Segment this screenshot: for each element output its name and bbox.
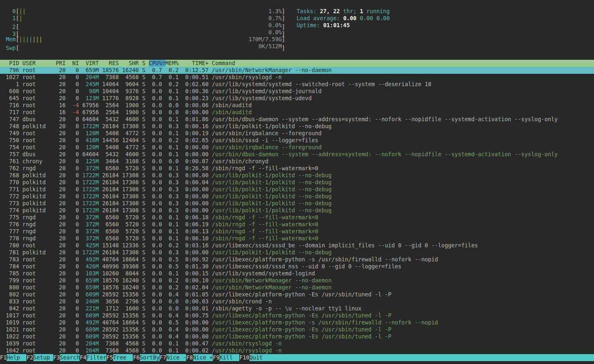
process-row-781[interactable]: 781polkitd 20 01722M2618417308S 0.0 0.3 …	[0, 249, 594, 256]
process-row-750[interactable]: 750root 20 0 416M1445612404S 0.0 0.2 0:0…	[0, 137, 594, 144]
cell-pid: 749	[2, 130, 19, 137]
column-header-s[interactable]: S	[142, 60, 145, 67]
column-header-user[interactable]: USER	[22, 60, 52, 67]
process-command: /usr/lib/polkit-1/polkitd --no-debug	[212, 186, 594, 193]
cell-cpu: 0.0	[149, 347, 162, 354]
process-row-776[interactable]: 776rngd 20 0 372M 6560 5720S 0.0 0.1 0:0…	[0, 221, 594, 228]
fkey-f1-help[interactable]: F1Help	[0, 354, 26, 361]
process-command: /usr/libexec/sssd/sssd_be --domain impli…	[212, 242, 594, 249]
cell-mem: 0.2	[165, 284, 179, 291]
process-row-1021[interactable]: 1021root 20 0 609M2859215356S 0.0 0.4 0:…	[0, 326, 594, 333]
process-row-773[interactable]: 773polkitd 20 01722M2618417308S 0.0 0.3 …	[0, 200, 594, 207]
meter-close-bracket: ]	[282, 36, 285, 42]
fkey-number: F8	[186, 354, 193, 361]
process-row-784[interactable]: 784root 20 0 426M4099639308S 0.0 0.5 0:0…	[0, 263, 594, 270]
process-row-777[interactable]: 777rngd 20 0 372M 6560 5720S 0.0 0.1 0:0…	[0, 228, 594, 235]
column-header-pid[interactable]: PID	[2, 60, 19, 67]
cell-mem: 0.1	[165, 88, 179, 95]
cell-s: S	[142, 172, 145, 179]
fkey-label: Quit	[250, 354, 594, 361]
process-row-749[interactable]: 749root 20 0 120M 5408 4772S 0.0 0.1 0:0…	[0, 130, 594, 137]
fkey-f6-sortby[interactable]: F6SortBy	[133, 354, 159, 361]
process-row-1[interactable]: 1root 20 0 245M14064 9604S 0.0 0.2 0:02.…	[0, 81, 594, 88]
column-header-time[interactable]: TIME+	[182, 60, 208, 67]
process-row-717[interactable]: 717root 16 -467956 2564 1900S 0.0 0.0 0:…	[0, 109, 594, 116]
process-row-772[interactable]: 772polkitd 20 01722M2618417308S 0.0 0.3 …	[0, 193, 594, 200]
process-row-768[interactable]: 768polkitd 20 01722M2618417308S 0.0 0.3 …	[0, 172, 594, 179]
process-row-799[interactable]: 799root 20 0 659M1857616240S 0.0 0.2 0:0…	[0, 277, 594, 284]
process-row-1027[interactable]: 1027root 20 0 204M 7368 4568S 0.7 0.1 0:…	[0, 74, 594, 81]
cell-s: S	[142, 116, 145, 123]
process-row-771[interactable]: 771polkitd 20 01722M2618417308S 0.0 0.3 …	[0, 186, 594, 193]
cell-ni: 0	[69, 158, 79, 165]
cell-mem: 0.5	[165, 263, 179, 270]
fkey-f10-quit[interactable]: F10Quit	[239, 354, 594, 361]
fkey-number: F6	[133, 354, 139, 361]
process-row-800[interactable]: 800root 20 0 659M1857616240S 0.0 0.2 0:0…	[0, 284, 594, 291]
cell-virt: 98M	[82, 88, 99, 95]
fkey-f2-setup[interactable]: F2Setup	[26, 354, 53, 361]
fkey-f3-search[interactable]: F3Search	[53, 354, 80, 361]
fkey-f9-kill[interactable]: F9Kill	[213, 354, 239, 361]
process-row-774[interactable]: 774polkitd 20 01722M2618417308S 0.0 0.3 …	[0, 207, 594, 214]
process-row-842[interactable]: 842root 20 0 221M 1712 1600S 0.0 0.0 0:0…	[0, 305, 594, 312]
column-header-ni[interactable]: NI	[69, 60, 79, 67]
cell-virt: 609M	[82, 312, 99, 319]
meter-open-bracket: [	[16, 8, 19, 14]
process-row-1022[interactable]: 1022root 20 0 609M2859215356S 0.0 0.4 0:…	[0, 333, 594, 340]
column-header-pri[interactable]: PRI	[56, 60, 66, 67]
fkey-f8-nice-+[interactable]: F8Nice +	[186, 354, 212, 361]
process-row-780[interactable]: 780root 20 0 425M1514812336S 0.0 0.2 0:0…	[0, 242, 594, 249]
column-header-shr[interactable]: SHR	[122, 60, 139, 67]
process-row-761[interactable]: 761chrony 20 0 125M 3464 3108S 0.0 0.0 0…	[0, 158, 594, 165]
process-row-748[interactable]: 748polkitd 20 01722M2618417308S 0.0 0.3 …	[0, 123, 594, 130]
fkey-f7-nice--[interactable]: F7Nice -	[160, 354, 186, 361]
cell-res: 14064	[102, 81, 119, 88]
process-row-645[interactable]: 645root 20 0 123M11776 8928S 0.0 0.1 0:0…	[0, 95, 594, 102]
cell-res: 3656	[102, 298, 119, 305]
process-command: /usr/sbin/crond -n	[212, 298, 594, 305]
cell-cpu: 0.0	[149, 186, 162, 193]
fkey-f4-filter[interactable]: F4Filter	[80, 354, 106, 361]
process-row-783[interactable]: 783root 20 0 492M4076418664S 0.0 0.5 0:0…	[0, 256, 594, 263]
column-header-cmd[interactable]: Command	[212, 60, 591, 67]
fkey-f5-tree[interactable]: F5Tree	[106, 354, 133, 361]
process-row-757[interactable]: 757dbus 20 064604 5432 4600S 0.0 0.1 0:0…	[0, 151, 594, 158]
column-header-mem[interactable]: MEM%	[165, 60, 179, 67]
cell-shr: 1900	[122, 109, 139, 116]
cell-shr: 17308	[122, 249, 139, 256]
process-row-608[interactable]: 608root 20 0 98M10404 9376S 0.0 0.1 0:00…	[0, 88, 594, 95]
process-row-775[interactable]: 775rngd 20 0 372M 6560 5720S 0.0 0.1 0:0…	[0, 214, 594, 221]
cell-user: root	[22, 277, 52, 284]
cell-cpu: 0.0	[149, 123, 162, 130]
cell-mem: 0.1	[165, 235, 179, 242]
column-header-res[interactable]: RES	[102, 60, 119, 67]
cell-time: 0:00.00	[182, 109, 208, 116]
cell-pri: 20	[56, 263, 66, 270]
process-row-762[interactable]: 762rngd 20 0 372M 6560 5720S 0.0 0.1 0:2…	[0, 165, 594, 172]
fkey-label: Help	[7, 354, 26, 361]
process-row-1017[interactable]: 1017root 20 0 609M2859215356S 0.0 0.4 0:…	[0, 312, 594, 319]
process-row-778[interactable]: 778rngd 20 0 372M 6560 5720S 0.0 0.1 0:0…	[0, 235, 594, 242]
cell-ni: 0	[69, 326, 79, 333]
process-row-754[interactable]: 754root 20 0 120M 5408 4772S 0.0 0.1 0:0…	[0, 144, 594, 151]
process-row-747[interactable]: 747dbus 20 064604 5432 4600S 0.0 0.1 0:0…	[0, 116, 594, 123]
process-row-785[interactable]: 785root 20 0 103M10260 8044S 0.0 0.1 0:0…	[0, 270, 594, 277]
process-row-716[interactable]: 716root 16 -467956 2564 1900S 0.0 0.0 0:…	[0, 102, 594, 109]
column-header-cpu[interactable]: CPU%▽	[149, 60, 165, 67]
column-header-virt[interactable]: VIRT	[82, 60, 99, 67]
cell-res: 6560	[102, 228, 119, 235]
cell-cpu: 0.0	[149, 200, 162, 207]
process-row-802[interactable]: 802root 20 0 609M2859215356S 0.0 0.4 0:0…	[0, 291, 594, 298]
process-row-1039[interactable]: 1039root 20 0 204M 7368 4568S 0.0 0.1 0:…	[0, 340, 594, 347]
process-command: /usr/bin/dbus-daemon --system --address=…	[212, 151, 594, 158]
swp-meter: Swp[0K/512M]	[6, 43, 594, 50]
process-row-796[interactable]: 796root 20 0 659M1857616240S 0.7 0.2 0:1…	[0, 67, 594, 74]
process-row-770[interactable]: 770polkitd 20 01722M2618417308S 0.0 0.3 …	[0, 179, 594, 186]
process-row-833[interactable]: 833root 20 0 240M 3656 2796S 0.0 0.0 0:0…	[0, 298, 594, 305]
process-row-1019[interactable]: 1019root 20 0 492M4076418664S 0.0 0.5 0:…	[0, 319, 594, 326]
cell-ni: 0	[69, 186, 79, 193]
cell-pid: 747	[2, 116, 19, 123]
process-row-1042[interactable]: 1042root 20 0 204M 7368 4568S 0.0 0.1 0:…	[0, 347, 594, 354]
cell-mem: 0.1	[165, 214, 179, 221]
